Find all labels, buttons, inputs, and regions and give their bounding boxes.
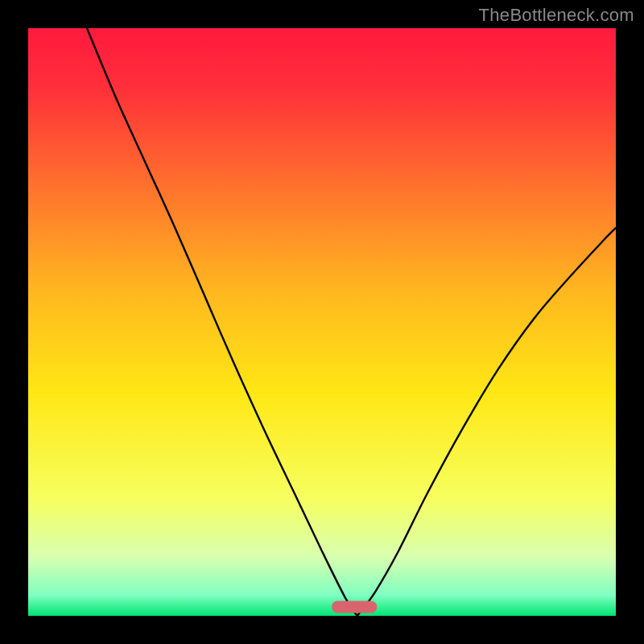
sweet-spot-marker: [332, 601, 377, 613]
chart-container: TheBottleneck.com: [0, 0, 644, 644]
bottleneck-plot: [0, 0, 644, 644]
plot-background: [28, 28, 616, 616]
watermark-text: TheBottleneck.com: [479, 5, 634, 26]
